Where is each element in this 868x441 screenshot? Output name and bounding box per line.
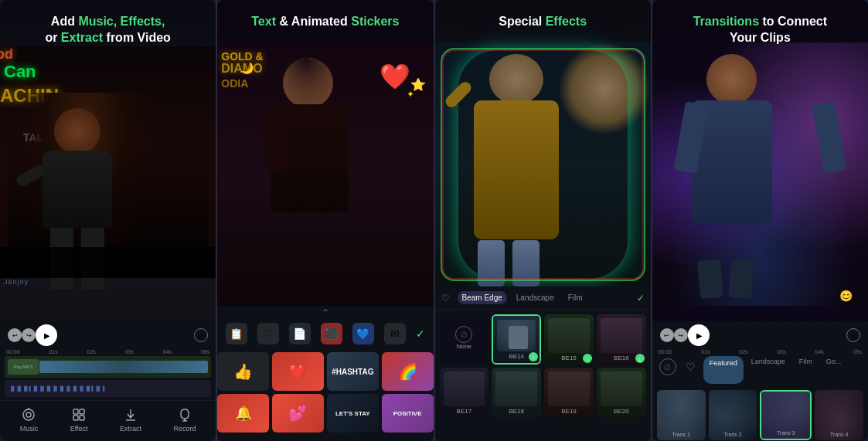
panel-transitions: 😊 Transitions to Connect Your Clips ↩ ↪ …: [652, 0, 868, 441]
be15-download: ↓: [583, 354, 592, 363]
effect-none[interactable]: ∅ None: [440, 314, 489, 365]
nav-record-label: Record: [173, 425, 196, 433]
timeline-markers-4: 00:00 01s 02s 03s 04s 05s: [652, 349, 868, 354]
tab-landscape[interactable]: Landscape: [745, 356, 791, 384]
trans-thumb-2[interactable]: Trans 2: [709, 390, 757, 440]
heart-sticker: ❤️: [380, 62, 410, 91]
audio-track: ▐▌▐▌▐▌▌▐▌▐▌▐▌▐▌▐▌▐▌▐▌▐▌▐▌▌▐▌▐: [5, 380, 211, 397]
expand-arrow[interactable]: ⌃: [217, 306, 433, 320]
effect-be15[interactable]: ↓ BE15: [544, 314, 594, 365]
panel1-nav: Music Effect Extract: [0, 400, 216, 439]
panel4-title: Transitions to Connect: [664, 14, 856, 30]
tab-featured[interactable]: Featured: [703, 356, 744, 384]
tab-film[interactable]: Film: [793, 356, 819, 384]
panel3-title: Special Effects: [447, 14, 639, 30]
sticker-text1[interactable]: LET'S STAY: [327, 394, 379, 433]
sticker-heart-icon[interactable]: ♡: [257, 323, 279, 344]
sticker-rainbow[interactable]: 🌈: [382, 352, 434, 391]
timeline-controls: ↩ ↪ ▶ ⤢: [0, 321, 216, 349]
video-thumbnails: ∅ ♡ Featured Landscape Film Go...: [657, 356, 863, 384]
effects-panel: ♡ Beam Edge Landscape Film ✓ ∅ None: [435, 287, 651, 441]
sticker-confirm-icon[interactable]: ✓: [416, 327, 425, 340]
effect-icon: [71, 407, 87, 422]
svg-point-0: [23, 409, 34, 420]
effects-tab-film[interactable]: Film: [563, 291, 587, 304]
panel1-title-line1: Add: [51, 15, 79, 28]
none-icon: ∅: [455, 326, 472, 343]
trans-thumb-4[interactable]: Trans 4: [815, 390, 863, 440]
undo-icon-4[interactable]: ↩: [660, 328, 674, 342]
panel3-header: Special Effects: [435, 14, 651, 30]
svg-rect-3: [73, 409, 78, 414]
sticker-doc-icon[interactable]: 📄: [289, 323, 311, 344]
sticker-row-2: 🔔 💕 LET'S STAY POSITIVE: [217, 394, 433, 433]
transitions-grid: Trans 1 Trans 2 Trans 3: [652, 385, 868, 441]
panel4-header: Transitions to Connect Your Clips: [652, 14, 868, 46]
svg-rect-5: [73, 416, 78, 420]
sticker-text2[interactable]: POSITIVE: [382, 394, 434, 433]
effects-grid: ∅ None ↓ BE14: [435, 310, 651, 422]
thumb-heart-icon: ♡: [680, 356, 702, 378]
no-thumb-icon: ∅: [657, 356, 679, 378]
sticker-blue-icon[interactable]: 💙: [352, 323, 374, 344]
be16-download: ↓: [635, 354, 645, 363]
panel1-title: Add Music, Effects,: [12, 14, 204, 30]
panel1-header: Add Music, Effects, or Extract from Vide…: [0, 14, 216, 46]
trans-thumb-3[interactable]: Trans 3: [760, 390, 812, 440]
sticker-record-icon[interactable]: ⬛: [321, 323, 342, 344]
extract-icon: [123, 407, 138, 422]
effects-tab-beam[interactable]: Beam Edge: [458, 291, 507, 304]
redo-icon-4[interactable]: ↪: [674, 328, 688, 342]
nav-extract-label: Extract: [120, 425, 141, 433]
sticker-heart-red[interactable]: ❤️: [272, 352, 324, 391]
effect-be19[interactable]: BE19: [544, 368, 594, 418]
sticker-hashtag[interactable]: #HASHTAG: [327, 352, 379, 391]
sticker-hearts[interactable]: 💕: [272, 394, 324, 433]
sticker-row-1: 👍 ❤️ #HASHTAG 🌈: [217, 352, 433, 391]
timeline-markers: 00:00 01s 02s 03s 04s 05s: [0, 349, 216, 354]
sticker-copy-icon[interactable]: 📋: [226, 323, 247, 344]
timeline-controls-4: ↩ ↪ ▶ ⤢: [652, 321, 868, 349]
nav-effect[interactable]: Effect: [70, 407, 88, 433]
sticker-panel: ⌃ 📋 ♡ 📄 ⬛ 💙 ✉ ✓ 👍 ❤️ #HASHTAG 🌈 🔔: [217, 306, 433, 441]
fullscreen-icon[interactable]: ⤢: [194, 328, 208, 342]
sticker-bell[interactable]: 🔔: [217, 394, 269, 433]
nav-extract[interactable]: Extract: [120, 407, 141, 433]
panel4-title-line2: Your Clips: [664, 30, 856, 46]
effect-be14[interactable]: ↓ BE14: [492, 314, 541, 365]
panel1-title-line2: or Extract from Video: [12, 30, 204, 46]
tab-more[interactable]: Go...: [820, 356, 848, 384]
sticker-thumbsup[interactable]: 👍: [217, 352, 269, 391]
play-button-4[interactable]: ▶: [688, 324, 710, 346]
redo-icon[interactable]: ↪: [22, 328, 36, 342]
panel2-title: Text & Animated Stickers: [229, 14, 421, 30]
trans-thumb-1[interactable]: Trans 1: [657, 390, 706, 440]
record-icon: [177, 407, 192, 422]
play-button[interactable]: ▶: [36, 324, 57, 346]
music-icon: [21, 407, 36, 422]
panel2-header: Text & Animated Stickers: [217, 14, 433, 30]
svg-point-1: [26, 412, 31, 417]
nav-effect-label: Effect: [70, 425, 88, 433]
svg-rect-4: [80, 409, 84, 414]
panel1-accent-music: Music, Effects,: [78, 15, 165, 28]
effects-check-icon[interactable]: ✓: [637, 293, 645, 304]
nav-music[interactable]: Music: [20, 407, 39, 433]
nav-music-label: Music: [20, 425, 39, 433]
effect-be16[interactable]: ↓ BE16: [597, 314, 646, 365]
svg-rect-6: [80, 416, 84, 420]
sticker-mail-icon[interactable]: ✉: [384, 323, 406, 344]
effect-be17[interactable]: BE17: [440, 368, 489, 418]
panel-music: Can od ACHIN TAL Jénjoy: [0, 0, 217, 441]
effect-be18[interactable]: BE18: [492, 368, 541, 418]
undo-icon[interactable]: ↩: [8, 328, 22, 342]
panel-stickers: GOLD & DIAMO ODIA 🌙 ❤️ ⭐ ✦ ✕ A: [217, 0, 434, 441]
effects-tabs: ♡ Beam Edge Landscape Film ✓: [435, 287, 651, 310]
effects-heart-icon[interactable]: ♡: [441, 293, 450, 304]
effect-be20[interactable]: BE20: [597, 368, 646, 418]
fullscreen-icon-4[interactable]: ⤢: [846, 328, 860, 342]
effects-tab-landscape[interactable]: Landscape: [512, 291, 559, 304]
panel1-bottom-controls: ↩ ↪ ▶ ⤢ 00:00 01s 02s 03s 04s 05s Pay MP…: [0, 321, 216, 441]
sticker-toolbar: 📋 ♡ 📄 ⬛ 💙 ✉ ✓: [217, 320, 433, 348]
nav-record[interactable]: Record: [173, 407, 196, 433]
